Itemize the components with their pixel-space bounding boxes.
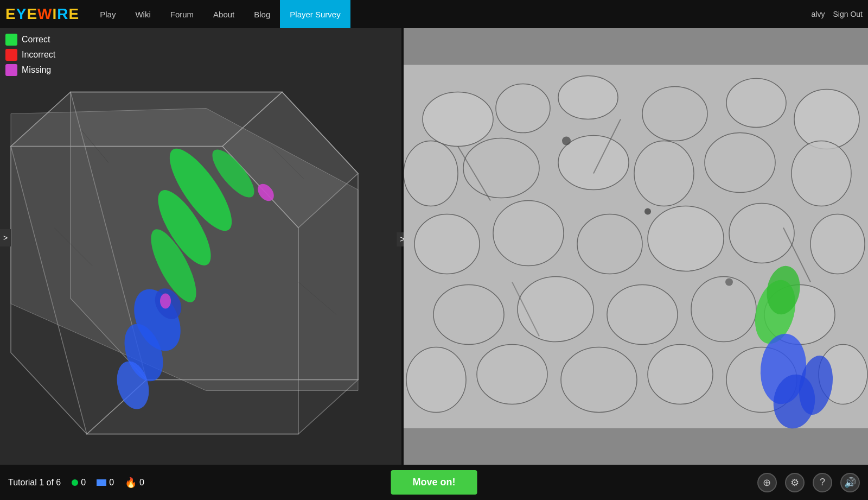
sign-out-button[interactable]: Sign Out [833,10,863,18]
incorrect-label: Incorrect [22,50,55,60]
expand-arrow[interactable]: > [0,229,11,246]
header: EYEWIRE Play Wiki Forum About Blog Playe… [0,0,868,28]
svg-point-25 [558,76,618,119]
username: alvy [812,10,825,18]
svg-point-41 [433,285,504,345]
svg-point-53 [644,208,651,215]
nav-play[interactable]: Play [90,0,125,28]
score-items: 0 0 🔥 0 [72,477,144,489]
svg-point-42 [518,277,593,342]
help-icon: ? [820,477,825,488]
legend-correct: Correct [5,34,55,46]
nav-forum[interactable]: Forum [161,0,203,28]
score-green: 0 [72,478,86,488]
svg-point-47 [477,345,547,404]
score-fire-value: 0 [139,478,144,488]
fire-icon: 🔥 [125,477,137,489]
svg-point-17 [160,294,171,309]
main-content: Correct Incorrect Missing [0,28,868,465]
missing-color [5,64,17,76]
score-blue: 0 [97,478,114,488]
correct-label: Correct [22,35,50,45]
svg-point-35 [414,214,480,274]
svg-point-29 [404,141,458,206]
svg-point-24 [496,84,550,133]
svg-point-27 [726,79,786,128]
toolbar-right: ⊕ ⚙ ? 🔊 [757,473,860,492]
svg-point-48 [561,347,637,413]
nav-player-survey[interactable]: Player Survey [280,0,350,28]
settings-icon: ⚙ [790,477,799,489]
header-right: alvy Sign Out [812,10,863,18]
svg-point-28 [794,90,859,149]
nav-about[interactable]: About [203,0,244,28]
bottom-bar: Tutorial 1 of 6 0 0 🔥 0 Move on! ⊕ ⚙ ? 🔊 [0,465,868,500]
svg-point-23 [423,92,493,147]
nav-blog[interactable]: Blog [244,0,280,28]
svg-point-37 [577,214,642,274]
move-on-button[interactable]: Move on! [391,470,477,495]
settings-button[interactable]: ⚙ [785,473,805,492]
2d-view[interactable] [404,28,868,465]
tutorial-label: Tutorial 1 of 6 [8,478,61,488]
sound-icon: 🔊 [844,477,856,489]
legend-missing: Missing [5,64,55,76]
svg-point-39 [729,204,794,263]
score-blue-value: 0 [109,478,114,488]
legend-incorrect: Incorrect [5,49,55,61]
missing-label: Missing [22,65,51,75]
svg-point-32 [634,141,694,206]
nav-wiki[interactable]: Wiki [125,0,160,28]
svg-point-43 [607,285,678,345]
green-dot-icon [72,479,78,486]
svg-point-46 [406,347,466,413]
3d-view[interactable]: Correct Incorrect Missing [0,28,401,465]
blue-square-icon [97,479,106,486]
sound-button[interactable]: 🔊 [840,473,860,492]
compass-icon: ⊕ [763,477,771,489]
logo[interactable]: EYEWIRE [5,5,79,23]
2d-scene-svg [404,28,868,465]
svg-point-38 [648,206,724,271]
3d-scene-svg [0,28,401,465]
nav-bar: Play Wiki Forum About Blog Player Survey [90,0,811,28]
correct-color [5,34,17,46]
svg-point-44 [691,277,756,342]
svg-point-34 [792,141,851,206]
compass-button[interactable]: ⊕ [757,473,777,492]
score-green-value: 0 [81,478,86,488]
svg-point-33 [705,133,775,193]
svg-point-36 [493,201,564,266]
incorrect-color [5,49,17,61]
svg-point-26 [642,87,707,141]
svg-point-52 [562,137,571,145]
legend: Correct Incorrect Missing [5,34,55,76]
svg-point-54 [725,279,733,286]
svg-point-49 [648,345,713,404]
help-button[interactable]: ? [813,473,832,492]
svg-point-40 [810,214,865,274]
svg-point-30 [463,138,539,198]
score-fire: 🔥 0 [125,477,144,489]
